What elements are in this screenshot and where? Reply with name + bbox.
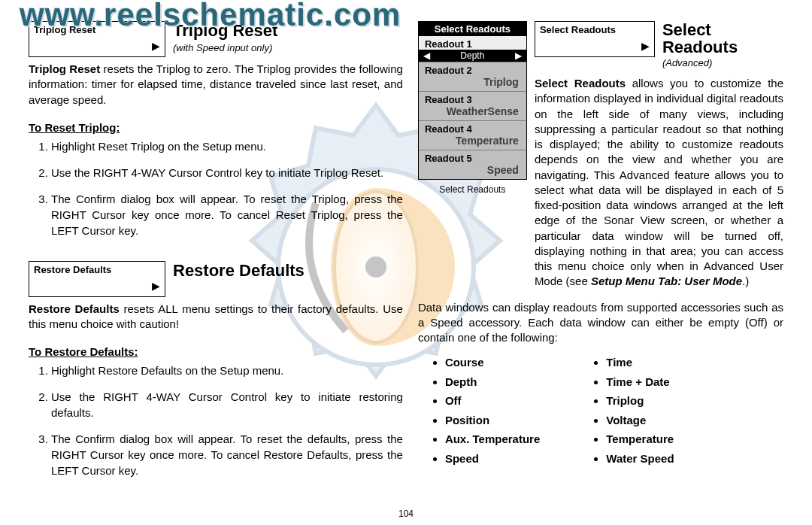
right-arrow-icon: ▶ — [641, 40, 650, 52]
readouts-panel-header: Select Readouts — [419, 22, 526, 36]
readouts-panel-caption: Select Readouts — [418, 184, 527, 195]
triplog-instr-head: To Reset Triplog: — [29, 121, 403, 134]
select-desc-rest: allows you to customize the information … — [535, 77, 783, 287]
right-column: Select Readouts Readout 1 ◀ Depth ▶ — [418, 21, 783, 489]
restore-instr-head: To Restore Defaults: — [29, 345, 403, 358]
select-readouts-title: Select Readouts — [662, 21, 738, 56]
dw-option: Water Speed — [606, 449, 674, 469]
restore-step: Highlight Restore Defaults on the Setup … — [51, 363, 403, 378]
triplog-steps: Highlight Reset Triplog on the Setup men… — [29, 138, 403, 238]
select-desc-ref: Setup Menu Tab: User Mode — [591, 275, 742, 287]
dw-option: Triplog — [606, 391, 674, 411]
readout-value: Speed — [419, 164, 526, 179]
left-column: Triplog Reset ▶ Triplog Reset (with Spee… — [29, 21, 403, 489]
dw-option: Temperature — [606, 429, 674, 449]
right-arrow-icon: ▶ — [152, 280, 160, 292]
dw-option: Aux. Temperature — [445, 429, 540, 449]
dw-option: Speed — [445, 449, 540, 469]
datawindow-intro: Data windows can display readouts from s… — [418, 300, 783, 346]
triplog-section-head: Triplog Reset ▶ Triplog Reset (with Spee… — [29, 21, 403, 57]
select-readouts-subtitle: (Advanced) — [662, 57, 738, 68]
right-arrow-icon: ▶ — [152, 40, 160, 52]
menu-box-triplog-reset: Triplog Reset ▶ — [29, 21, 165, 57]
restore-desc-lead: Restore Defaults — [29, 302, 120, 315]
select-readouts-heading-block: Select Readouts ▶ Select Readouts (Advan… — [535, 21, 783, 297]
triplog-subtitle: (with Speed input only) — [173, 42, 403, 53]
readout-value: Temperature — [419, 135, 526, 150]
restore-step: Use the RIGHT 4-WAY Cursor Control key t… — [51, 389, 403, 420]
menu-box-title: Restore Defaults — [29, 262, 165, 275]
readout-label: Readout 4 — [419, 121, 526, 135]
menu-box-title: Select Readouts — [535, 22, 654, 35]
restore-section-head: Restore Defaults ▶ Restore Defaults — [29, 261, 403, 297]
readout-label: Readout 1 — [419, 36, 526, 50]
restore-title: Restore Defaults — [173, 261, 403, 281]
menu-box-restore-defaults: Restore Defaults ▶ — [29, 261, 165, 297]
datawindow-options-right: Time Time + Date Triplog Voltage Tempera… — [592, 353, 674, 468]
title-line: Readouts — [662, 38, 738, 56]
datawindow-options: Course Depth Off Position Aux. Temperatu… — [432, 353, 783, 468]
triplog-desc-lead: Triplog Reset — [29, 62, 100, 75]
select-readouts-head-row: Select Readouts Readout 1 ◀ Depth ▶ — [418, 21, 783, 297]
dw-option: Off — [445, 391, 540, 411]
manual-page: www.reelschematic.com Triplog Reset ▶ Tr… — [0, 0, 812, 525]
menu-box-select-readouts: Select Readouts ▶ — [535, 21, 655, 57]
triplog-step: The Confirm dialog box will appear. To r… — [51, 191, 403, 238]
readouts-panel: Select Readouts Readout 1 ◀ Depth ▶ — [418, 21, 527, 180]
readout-label: Readout 2 — [419, 62, 526, 76]
triplog-description: Triplog Reset resets the Triplog to zero… — [29, 62, 403, 108]
restore-steps: Highlight Restore Defaults on the Setup … — [29, 363, 403, 478]
readout-value: Depth — [460, 50, 484, 61]
dw-option: Voltage — [606, 411, 674, 430]
readout-row: Readout 4 Temperature — [419, 120, 526, 150]
select-desc-lead: Select Readouts — [535, 77, 626, 90]
readout-row: Readout 3 WeatherSense — [419, 91, 526, 120]
title-line: Select — [662, 20, 711, 39]
restore-step: The Confirm dialog box will appear. To r… — [51, 431, 403, 478]
datawindow-options-left: Course Depth Off Position Aux. Temperatu… — [432, 353, 540, 468]
right-arrow-icon: ▶ — [515, 50, 522, 61]
dw-option: Course — [445, 353, 540, 372]
triplog-step: Highlight Reset Triplog on the Setup men… — [51, 138, 403, 154]
triplog-title: Triplog Reset — [173, 21, 403, 41]
dw-option: Depth — [445, 372, 540, 392]
triplog-step: Use the RIGHT 4-WAY Cursor Control key t… — [51, 165, 403, 181]
readout-row: Readout 5 Speed — [419, 150, 526, 179]
dw-option: Position — [445, 411, 540, 430]
select-readouts-description: Select Readouts allows you to customize … — [535, 76, 783, 290]
readouts-panel-wrap: Select Readouts Readout 1 ◀ Depth ▶ — [418, 21, 527, 195]
menu-box-title: Triplog Reset — [29, 22, 165, 35]
dw-option: Time — [606, 353, 674, 372]
readout-row: Readout 2 Triplog — [419, 62, 526, 91]
page-number: 104 — [0, 508, 812, 519]
readout-label: Readout 3 — [419, 92, 526, 105]
left-arrow-icon: ◀ — [423, 50, 430, 61]
select-desc-tail: .) — [742, 275, 749, 287]
readout-row: Readout 1 ◀ Depth ▶ — [419, 36, 526, 62]
readout-value: Triplog — [419, 76, 526, 91]
dw-option: Time + Date — [606, 372, 674, 392]
readout-value: WeatherSense — [419, 105, 526, 120]
readout-label: Readout 5 — [419, 150, 526, 164]
restore-description: Restore Defaults resets ALL menu setting… — [29, 302, 403, 332]
